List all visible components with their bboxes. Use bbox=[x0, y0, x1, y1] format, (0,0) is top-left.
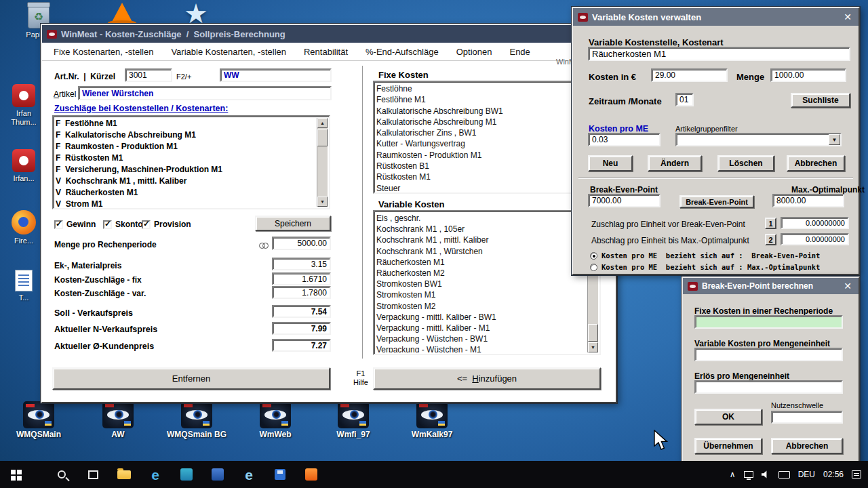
speichern-button[interactable]: Speichern bbox=[255, 216, 331, 231]
abbrechen-button[interactable]: Abbrechen bbox=[787, 155, 845, 171]
desktop-icon-vlc[interactable] bbox=[99, 3, 145, 24]
scroll-up-icon[interactable] bbox=[317, 118, 328, 128]
zuschlag-input[interactable]: 0.00000000 bbox=[781, 217, 849, 229]
variable-kosten-list-item[interactable]: Kochschrank M1 , 105er bbox=[376, 224, 587, 235]
clock[interactable]: 02:56 bbox=[823, 470, 844, 479]
variable-kosten-list-item[interactable]: Verpackung - mittl. Kaliber - BW1 bbox=[376, 312, 587, 323]
menu-item[interactable]: Optionen bbox=[448, 47, 501, 57]
ok-button[interactable]: OK bbox=[694, 409, 762, 425]
chevron-down-icon[interactable] bbox=[829, 134, 840, 145]
loeschen-button[interactable]: Löschen bbox=[717, 155, 774, 171]
hinzufuegen-button[interactable]: <= Hinzufügen bbox=[373, 367, 601, 390]
network-icon[interactable] bbox=[744, 471, 753, 478]
variable-kosten-list-item[interactable]: Verpackung - Wüstchen - BW1 bbox=[376, 333, 587, 344]
abschlag-num-button[interactable]: 2 bbox=[765, 234, 776, 245]
nutzenschwelle-input[interactable] bbox=[771, 411, 843, 424]
menu-item[interactable]: Ende bbox=[500, 47, 538, 57]
artikelgruppenfilter-combobox[interactable] bbox=[675, 133, 842, 146]
variable-kosten-list-item[interactable]: Eis , geschr. bbox=[376, 213, 587, 224]
menge-input[interactable]: 5000.00 bbox=[272, 237, 331, 250]
fixe-kosten-list-item[interactable]: Rüstkosten B1 bbox=[376, 161, 587, 171]
internet-explorer-button[interactable]: e bbox=[233, 461, 264, 488]
main-title-bar[interactable]: WinMeat - Kosten-Zuschläge / Sollpreis-B… bbox=[42, 25, 616, 43]
kosten-input[interactable]: 29.00 bbox=[651, 68, 728, 82]
menu-item[interactable]: Fixe Kostenarten, -stellen bbox=[45, 47, 162, 57]
radio-icon[interactable] bbox=[590, 264, 597, 271]
dialog-title-bar[interactable]: Variable Kosten verwalten ✕ bbox=[573, 8, 859, 26]
radio-bezug-break-even[interactable]: Kosten pro ME bezieht sich auf : Break-E… bbox=[590, 251, 820, 260]
radio-bezug-max-optimal[interactable]: Kosten pro ME bezieht sich auf : Max.-Op… bbox=[590, 263, 820, 271]
zuschlaege-list-item[interactable]: F Raumkosten - Produktion M1 bbox=[56, 141, 317, 152]
gewinn-checkbox[interactable]: Gewinn bbox=[54, 220, 96, 229]
desktop-icon-irfanview[interactable]: Irfan... bbox=[3, 149, 45, 183]
fixe-kosten-list-item[interactable]: Festlöhne M1 bbox=[376, 94, 587, 105]
close-icon[interactable]: ✕ bbox=[842, 12, 854, 22]
menu-item[interactable]: Rentabilität bbox=[295, 47, 357, 57]
scroll-down-icon[interactable] bbox=[317, 197, 328, 207]
checkbox-icon[interactable] bbox=[103, 220, 112, 229]
variable-kosten-list-item[interactable]: Stromkosten M1 bbox=[376, 289, 587, 300]
fixe-kosten-list-item[interactable]: Rüstkosten M1 bbox=[376, 171, 587, 182]
variable-kosten-list-item[interactable]: Kochschrank M1 , mittl. Kaliber bbox=[376, 235, 587, 245]
abbrechen-button[interactable]: Abbrechen bbox=[771, 438, 843, 454]
variable-kosten-list-item[interactable]: Stromkosten M2 bbox=[376, 301, 587, 312]
show-hidden-icons-chevron[interactable] bbox=[730, 470, 736, 479]
zeitraum-input[interactable]: 01 bbox=[675, 93, 694, 106]
start-button[interactable] bbox=[0, 461, 31, 488]
variable-kosten-list-item[interactable]: Stromkosten BW1 bbox=[376, 279, 587, 289]
desktop-icon-aw[interactable]: AW bbox=[87, 401, 149, 439]
fixe-kosten-list-item[interactable]: Raumkosten - Produktion M1 bbox=[376, 150, 587, 161]
fixe-kosten-list-item[interactable]: Kutter - Wartungsvertrag bbox=[376, 138, 587, 149]
kostenstelle-input[interactable]: Räucherkosten M1 bbox=[588, 47, 850, 61]
artikel-input[interactable]: Wiener Würstchen bbox=[78, 86, 332, 100]
neu-button[interactable]: Neu bbox=[588, 155, 633, 171]
artikel-label[interactable]: Artikel bbox=[54, 89, 76, 99]
save-app-button[interactable] bbox=[264, 461, 296, 488]
abschlag-input[interactable]: 0.00000000 bbox=[781, 233, 849, 245]
entfernen-button[interactable]: Entfernen bbox=[52, 367, 330, 390]
fixe-kosten-list-item[interactable]: Steuer bbox=[376, 183, 587, 191]
scroll-thumb[interactable] bbox=[317, 129, 328, 146]
scroll-down-icon[interactable] bbox=[588, 342, 598, 352]
desktop-icon-wmqsmain[interactable]: WMQSMain bbox=[8, 401, 69, 439]
dialog-title-bar[interactable]: Break-Even-Point berechnen ✕ bbox=[683, 278, 859, 294]
kuerzel-input[interactable]: WW bbox=[220, 68, 332, 82]
radio-selected-icon[interactable] bbox=[590, 252, 597, 260]
provision-checkbox[interactable]: Provision bbox=[142, 220, 191, 229]
variable-kosten-list-item[interactable]: Verpackung - mittl. Kaliber - M1 bbox=[376, 323, 587, 333]
zuschlaege-scrollbar[interactable] bbox=[317, 118, 328, 207]
max-optimalpunkt-input[interactable]: 8000.00 bbox=[772, 194, 844, 207]
zuschlaege-list-item[interactable]: V Räucherkosten M1 bbox=[56, 187, 317, 199]
skonto-checkbox[interactable]: Skonto bbox=[103, 220, 143, 229]
app-blue-button[interactable] bbox=[202, 461, 233, 488]
menu-item[interactable]: %-End-Aufschläge bbox=[357, 47, 448, 57]
taskbar-search-button[interactable] bbox=[46, 461, 77, 488]
fixe-kosten-list-item[interactable]: Kalkulatorische Abschreibung M1 bbox=[376, 117, 587, 127]
kosten-pro-me-input[interactable]: 0.03 bbox=[588, 133, 660, 146]
uebernehmen-button[interactable]: Übernehmen bbox=[694, 438, 762, 454]
zuschlaege-list-item[interactable]: F Festlöhne M1 bbox=[56, 118, 317, 129]
scroll-thumb[interactable] bbox=[588, 324, 598, 342]
zuschlaege-list-item[interactable]: V Strom M1 bbox=[56, 199, 317, 207]
variable-kosten-list-item[interactable]: Räucherkosten M1 bbox=[376, 257, 587, 268]
notification-center-icon[interactable] bbox=[852, 470, 861, 479]
break-even-point-button[interactable]: Break-Even-Point bbox=[679, 195, 754, 208]
desktop-icon-wmweb[interactable]: WmWeb bbox=[245, 401, 306, 439]
zuschlaege-list-item[interactable]: V Kochschrank M1 , mittl. Kaliber bbox=[56, 176, 317, 187]
variable-kosten-me-input[interactable] bbox=[694, 348, 843, 361]
menge-input[interactable]: 1000.00 bbox=[770, 68, 846, 82]
file-explorer-button[interactable] bbox=[108, 461, 140, 488]
artnr-input[interactable]: 3001 bbox=[125, 68, 172, 82]
desktop-icon-wmqsmain-bg[interactable]: WMQSmain BG bbox=[166, 401, 227, 439]
fixe-kosten-periode-input[interactable] bbox=[694, 315, 843, 329]
fixe-kosten-list-item[interactable]: Kalkulatorischer Zins , BW1 bbox=[376, 127, 587, 138]
task-view-button[interactable] bbox=[77, 461, 108, 488]
zuschlag-num-button[interactable]: 1 bbox=[765, 218, 776, 229]
touch-keyboard-icon[interactable] bbox=[778, 471, 790, 479]
zuschlaege-list-item[interactable]: F Rüstkosten M1 bbox=[56, 152, 317, 164]
zuschlaege-list-item[interactable]: F Kalkulatorische Abschreibung M1 bbox=[56, 129, 317, 141]
app-teal-button[interactable] bbox=[171, 461, 202, 488]
volume-icon[interactable] bbox=[762, 470, 770, 479]
variable-kosten-list-item[interactable]: Kochschrank M1 , Würstchen bbox=[376, 246, 587, 257]
zuschlaege-list-item[interactable]: F Versicherung, Maschinen-Produktion M1 bbox=[56, 164, 317, 176]
